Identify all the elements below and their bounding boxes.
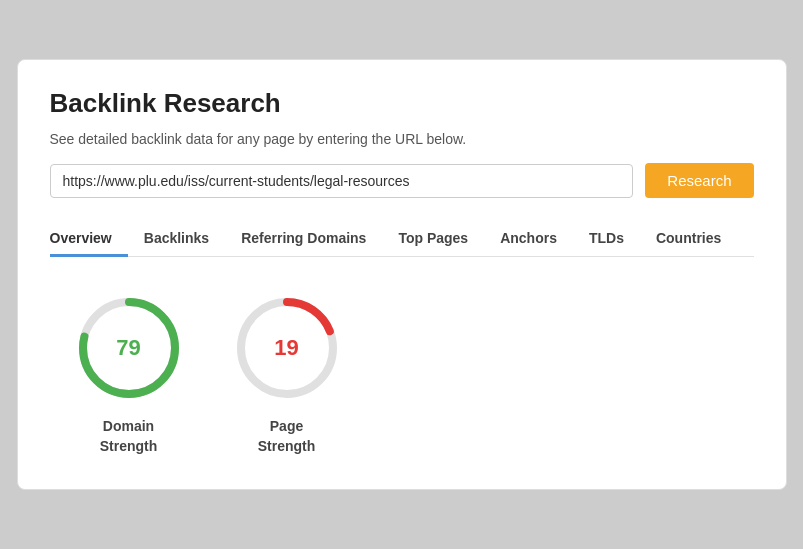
search-row: Research xyxy=(50,163,754,198)
tab-anchors[interactable]: Anchors xyxy=(484,222,573,257)
tab-tlds[interactable]: TLDs xyxy=(573,222,640,257)
tab-overview[interactable]: Overview xyxy=(50,222,128,257)
research-button[interactable]: Research xyxy=(645,163,753,198)
page-strength-circle: 19 xyxy=(232,293,342,403)
page-strength-metric: 19 PageStrength xyxy=(232,293,342,456)
domain-strength-label: DomainStrength xyxy=(100,417,158,456)
tab-top-pages[interactable]: Top Pages xyxy=(382,222,484,257)
metrics-row: 79 DomainStrength 19 PageStrength xyxy=(50,293,754,456)
tab-referring-domains[interactable]: Referring Domains xyxy=(225,222,382,257)
main-card: Backlink Research See detailed backlink … xyxy=(17,59,787,489)
domain-strength-circle: 79 xyxy=(74,293,184,403)
url-input[interactable] xyxy=(50,164,634,198)
page-strength-value: 19 xyxy=(274,335,298,361)
tabs-nav: Overview Backlinks Referring Domains Top… xyxy=(50,222,754,257)
page-strength-label: PageStrength xyxy=(258,417,316,456)
page-title: Backlink Research xyxy=(50,88,754,119)
subtitle: See detailed backlink data for any page … xyxy=(50,131,754,147)
tab-backlinks[interactable]: Backlinks xyxy=(128,222,225,257)
domain-strength-value: 79 xyxy=(116,335,140,361)
tab-countries[interactable]: Countries xyxy=(640,222,737,257)
domain-strength-metric: 79 DomainStrength xyxy=(74,293,184,456)
